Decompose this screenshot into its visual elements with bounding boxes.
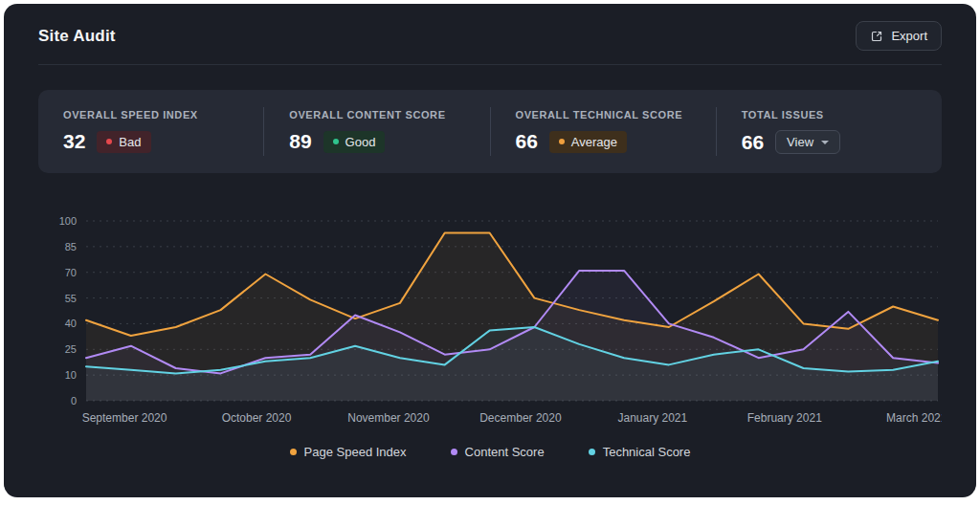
badge-label: Good <box>345 135 376 149</box>
svg-text:55: 55 <box>65 293 77 304</box>
view-issues-button[interactable]: View <box>775 130 840 154</box>
status-dot <box>106 139 112 144</box>
stats-bar: OVERALL SPEED INDEX 32 Bad OVERALL CONTE… <box>38 90 942 173</box>
status-dot <box>333 139 339 144</box>
badge-label: Average <box>571 135 617 149</box>
chevron-down-icon <box>821 141 829 144</box>
svg-text:0: 0 <box>71 395 77 406</box>
svg-text:September 2020: September 2020 <box>82 411 167 425</box>
legend-item-content-score[interactable]: Content Score <box>451 445 545 459</box>
svg-text:March 2021: March 2021 <box>886 411 942 425</box>
chart-legend: Page Speed IndexContent ScoreTechnical S… <box>4 445 976 459</box>
svg-text:January 2021: January 2021 <box>617 411 687 425</box>
stat-label: OVERALL TECHNICAL SCORE <box>516 109 691 121</box>
svg-text:October 2020: October 2020 <box>222 411 292 425</box>
legend-item-page-speed-index[interactable]: Page Speed Index <box>290 445 407 459</box>
legend-dot <box>290 449 297 455</box>
stat-value: 89 <box>289 130 311 153</box>
header-divider <box>38 64 942 65</box>
line-chart: 0102540557085100September 2020October 20… <box>38 208 942 429</box>
stat-label: OVERALL CONTENT SCORE <box>289 109 464 121</box>
legend-label: Page Speed Index <box>304 445 407 459</box>
svg-text:40: 40 <box>65 318 77 329</box>
view-button-label: View <box>787 135 813 149</box>
site-audit-card: Site Audit Export OVERALL SPEED INDEX 32… <box>4 4 976 497</box>
export-button[interactable]: Export <box>856 21 942 51</box>
stat-label: TOTAL ISSUES <box>742 109 917 121</box>
legend-label: Technical Score <box>603 445 691 459</box>
svg-text:10: 10 <box>65 369 77 381</box>
svg-text:November 2020: November 2020 <box>347 411 430 425</box>
stat-value: 32 <box>63 130 85 153</box>
stat-technical-score: OVERALL TECHNICAL SCORE 66 Average <box>490 107 716 156</box>
status-dot <box>559 139 565 144</box>
export-button-label: Export <box>891 29 927 43</box>
status-badge-average: Average <box>549 131 627 153</box>
page-title: Site Audit <box>38 27 116 46</box>
stat-total-issues: TOTAL ISSUES 66 View <box>716 107 942 156</box>
stat-value: 66 <box>516 130 538 153</box>
badge-label: Bad <box>119 135 141 149</box>
svg-text:25: 25 <box>65 343 77 355</box>
stat-label: OVERALL SPEED INDEX <box>63 109 238 121</box>
svg-text:100: 100 <box>59 215 77 227</box>
legend-dot <box>589 449 595 455</box>
stat-speed-index: OVERALL SPEED INDEX 32 Bad <box>38 107 263 156</box>
y-axis-labels: 0102540557085100 <box>59 215 77 406</box>
stat-value: 66 <box>742 131 764 154</box>
svg-text:70: 70 <box>65 267 77 278</box>
header: Site Audit Export <box>4 4 976 64</box>
status-badge-bad: Bad <box>97 131 150 153</box>
svg-text:February 2021: February 2021 <box>747 411 822 425</box>
svg-text:85: 85 <box>65 241 77 252</box>
legend-item-technical-score[interactable]: Technical Score <box>589 445 691 459</box>
svg-text:December 2020: December 2020 <box>479 411 562 425</box>
legend-label: Content Score <box>465 445 545 459</box>
chart: 0102540557085100September 2020October 20… <box>38 208 942 429</box>
export-icon <box>870 30 883 43</box>
stat-content-score: OVERALL CONTENT SCORE 89 Good <box>263 107 489 156</box>
x-axis-labels: September 2020October 2020November 2020D… <box>82 411 942 425</box>
status-badge-good: Good <box>323 131 386 153</box>
legend-dot <box>451 449 457 455</box>
